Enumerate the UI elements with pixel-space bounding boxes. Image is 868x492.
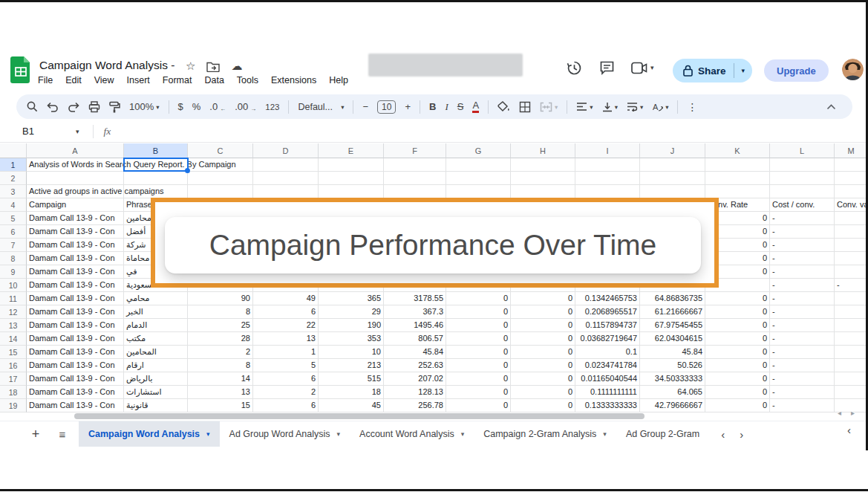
row-header-18[interactable]: 18: [0, 386, 27, 399]
cell-K14[interactable]: 0: [705, 332, 770, 346]
cell-G12[interactable]: 0: [446, 305, 511, 319]
cell-F12[interactable]: 367.3: [384, 305, 446, 319]
cell-G19[interactable]: 0: [446, 399, 511, 412]
cell-H17[interactable]: 0: [511, 372, 575, 386]
cell-C18[interactable]: 13: [188, 386, 253, 399]
cell-L11[interactable]: -: [770, 292, 835, 305]
cell-M4[interactable]: Conv. va: [835, 198, 868, 212]
cell-E12[interactable]: 29: [319, 305, 384, 319]
paint-format-icon[interactable]: [109, 101, 120, 113]
cell-A3[interactable]: Active ad groups in active campaigns: [27, 185, 124, 198]
cell-C12[interactable]: 8: [188, 305, 253, 319]
name-box[interactable]: B1: [0, 126, 76, 137]
move-folder-icon[interactable]: [206, 61, 220, 72]
cell-A18[interactable]: Damam Call 13-9 - Con: [27, 386, 124, 399]
cell-B18[interactable]: استشارات: [124, 386, 188, 399]
cell-D14[interactable]: 13: [253, 332, 319, 346]
cell-L8[interactable]: -: [770, 252, 835, 265]
cell-I19[interactable]: 0.1333333333: [575, 399, 640, 412]
chevron-down-icon[interactable]: ▾: [650, 64, 654, 71]
cell-E3[interactable]: [319, 185, 384, 198]
cell-M6[interactable]: [835, 225, 868, 239]
cell-I18[interactable]: 0.1111111111: [575, 386, 640, 399]
cell-M10[interactable]: -: [835, 279, 868, 292]
cell-D12[interactable]: 6: [253, 305, 319, 319]
cell-F16[interactable]: 252.63: [384, 359, 446, 372]
cell-L19[interactable]: -: [770, 399, 835, 412]
cell-G18[interactable]: 0: [446, 386, 511, 399]
row-header-2[interactable]: 2: [0, 172, 27, 185]
chevron-down-icon[interactable]: ▾: [337, 430, 341, 438]
cell-L1[interactable]: [770, 158, 835, 172]
cell-J14[interactable]: 62.04304615: [640, 332, 705, 346]
cell-C15[interactable]: 2: [188, 346, 253, 359]
cell-B13[interactable]: الدمام: [124, 319, 188, 332]
chevron-down-icon[interactable]: ▾: [76, 128, 79, 135]
horizontal-align-icon[interactable]: ▾: [576, 102, 593, 111]
undo-icon[interactable]: [47, 102, 59, 112]
row-header-17[interactable]: 17: [0, 372, 27, 386]
cell-G3[interactable]: [446, 185, 511, 198]
cell-F13[interactable]: 1495.46: [384, 319, 446, 332]
cell-D15[interactable]: 1: [253, 346, 319, 359]
row-header-15[interactable]: 15: [0, 346, 27, 359]
cell-L3[interactable]: [770, 185, 835, 198]
menu-extensions[interactable]: Extensions: [271, 75, 316, 85]
increase-decimal-button[interactable]: .00→: [235, 101, 256, 112]
format-currency-button[interactable]: $: [178, 101, 183, 112]
cell-B2[interactable]: [124, 172, 188, 185]
vertical-align-icon[interactable]: ▾: [602, 102, 618, 112]
cell-G15[interactable]: 0: [446, 346, 511, 359]
cell-K17[interactable]: 0: [705, 372, 770, 386]
row-header-6[interactable]: 6: [0, 225, 27, 239]
scroll-left-icon[interactable]: ◂: [838, 409, 841, 417]
column-header-A[interactable]: A: [27, 143, 124, 158]
cell-M2[interactable]: [835, 172, 868, 185]
cell-B12[interactable]: الخبر: [124, 305, 188, 319]
search-icon[interactable]: [27, 101, 38, 112]
cell-G13[interactable]: 0: [446, 319, 511, 332]
zoom-select[interactable]: 100%▾: [129, 101, 160, 112]
menu-insert[interactable]: Insert: [127, 75, 150, 85]
cell-J15[interactable]: 45.84: [640, 346, 705, 359]
cell-D13[interactable]: 22: [253, 319, 319, 332]
row-header-8[interactable]: 8: [0, 252, 27, 265]
cell-G14[interactable]: 0: [446, 332, 511, 346]
number-format-button[interactable]: 123: [265, 103, 279, 111]
cell-M1[interactable]: [835, 158, 868, 172]
cell-D16[interactable]: 5: [253, 359, 319, 372]
cell-E16[interactable]: 213: [319, 359, 384, 372]
cell-L13[interactable]: -: [770, 319, 835, 332]
cell-M16[interactable]: [835, 359, 868, 372]
text-rotation-icon[interactable]: A ▾: [652, 102, 668, 112]
cell-E13[interactable]: 190: [319, 319, 384, 332]
column-header-C[interactable]: C: [188, 143, 253, 158]
cell-C2[interactable]: [188, 172, 253, 185]
cell-L16[interactable]: -: [770, 359, 835, 372]
tabs-next-icon[interactable]: ›: [740, 428, 743, 441]
cell-L9[interactable]: -: [770, 265, 835, 279]
cell-H16[interactable]: 0: [511, 359, 575, 372]
cell-J12[interactable]: 61.21666667: [640, 305, 705, 319]
cell-F18[interactable]: 128.13: [384, 386, 446, 399]
menu-tools[interactable]: Tools: [237, 75, 258, 85]
all-sheets-menu-icon[interactable]: ≡: [56, 428, 68, 441]
cell-F17[interactable]: 207.02: [384, 372, 446, 386]
select-all-corner[interactable]: [0, 143, 27, 158]
cell-K16[interactable]: 0: [705, 359, 770, 372]
scroll-right-icon[interactable]: ▸: [851, 409, 855, 417]
cell-M3[interactable]: [835, 185, 868, 198]
cell-M17[interactable]: [835, 372, 868, 386]
cell-K2[interactable]: [705, 172, 770, 185]
menu-file[interactable]: File: [38, 75, 53, 85]
cell-D3[interactable]: [253, 185, 319, 198]
cell-J16[interactable]: 50.526: [640, 359, 705, 372]
cell-B17[interactable]: بالرياض: [124, 372, 188, 386]
strikethrough-button[interactable]: S: [457, 101, 464, 112]
row-header-4[interactable]: 4: [0, 198, 27, 212]
cell-A10[interactable]: Damam Call 13-9 - Con: [27, 279, 124, 292]
cell-A11[interactable]: Damam Call 13-9 - Con: [27, 292, 124, 305]
font-size-input[interactable]: 10: [377, 100, 396, 114]
cell-L17[interactable]: -: [770, 372, 835, 386]
cell-A9[interactable]: Damam Call 13-9 - Con: [27, 265, 124, 279]
